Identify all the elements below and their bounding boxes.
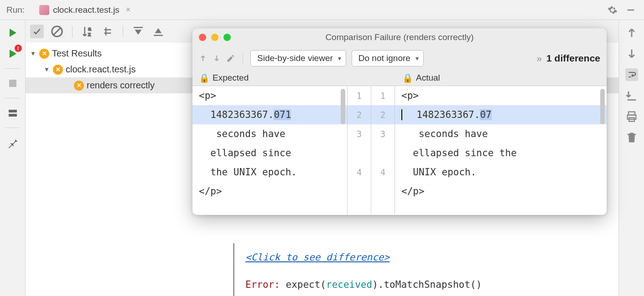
show-passed-toggle[interactable] xyxy=(30,25,44,38)
prev-diff-button[interactable] xyxy=(199,54,207,62)
svg-marker-1 xyxy=(10,29,16,37)
run-label: Run: xyxy=(6,5,25,15)
test-output: <Click to see difference> Error: expect(… xyxy=(233,243,618,296)
window-controls[interactable] xyxy=(199,34,231,41)
dialog-title: Comparison Failure (renders correctly) xyxy=(325,32,473,42)
comparison-dialog: Comparison Failure (renders correctly) S… xyxy=(192,28,607,215)
more-icon[interactable]: » xyxy=(536,53,542,64)
run-config-tab[interactable]: clock.react.test.js × xyxy=(34,2,136,18)
svg-line-4 xyxy=(54,28,61,35)
lock-icon: 🔒 xyxy=(199,73,210,83)
lock-icon: 🔒 xyxy=(402,73,413,83)
zoom-window-icon[interactable] xyxy=(223,34,231,41)
diff-line: seconds have xyxy=(395,124,607,143)
scroll-down-button[interactable] xyxy=(625,47,638,60)
print-button[interactable] xyxy=(625,110,638,123)
collapse-all-button[interactable] xyxy=(131,25,145,38)
gear-icon[interactable] xyxy=(608,5,618,15)
run-button[interactable] xyxy=(6,26,19,39)
run-left-gutter: ! xyxy=(0,20,26,296)
fail-badge: ! xyxy=(15,45,22,52)
diff-line: ellapsed since xyxy=(192,143,347,163)
diff-line: 1482363367.071 xyxy=(192,105,347,124)
minimize-icon[interactable] xyxy=(626,5,636,15)
tab-title: clock.react.test.js xyxy=(53,5,119,15)
tree-root-label: Test Results xyxy=(52,48,102,59)
expected-label: Expected xyxy=(213,73,249,83)
diff-line: seconds have xyxy=(192,124,347,143)
diff-line: ellapsed since the xyxy=(395,143,607,163)
scrollbar[interactable] xyxy=(341,89,345,124)
diff-line: </p> xyxy=(395,182,607,201)
edit-icon[interactable] xyxy=(226,54,235,63)
chevron-down-icon: ▼ xyxy=(44,66,50,73)
diff-body: <p> 1482363367.071 seconds have ellapsed… xyxy=(192,86,607,215)
ignore-mode-select[interactable]: Do not ignore xyxy=(352,50,424,66)
svg-text:a: a xyxy=(88,26,91,31)
rerun-failed-button[interactable]: ! xyxy=(6,47,19,60)
diff-line: the UNIX epoch. xyxy=(192,163,347,182)
layout-button[interactable] xyxy=(6,107,19,119)
actual-pane[interactable]: <p> 1482363367.07 seconds have ellapsed … xyxy=(395,86,607,215)
fail-status-icon xyxy=(74,81,84,91)
close-icon[interactable]: × xyxy=(126,5,131,15)
expand-all-button[interactable] xyxy=(151,25,165,38)
next-diff-button[interactable] xyxy=(213,54,221,62)
error-line: Error: expect(received).toMatchSnapshot(… xyxy=(245,276,618,294)
close-window-icon[interactable] xyxy=(199,34,206,41)
scroll-to-end-button[interactable] xyxy=(625,89,638,102)
scroll-up-button[interactable] xyxy=(625,26,638,39)
actual-label: Actual xyxy=(416,73,440,83)
pin-button[interactable] xyxy=(6,136,19,149)
gutter-right: 1 2 3 4 xyxy=(371,86,395,215)
see-difference-link[interactable]: <Click to see difference> xyxy=(245,252,390,263)
dialog-titlebar[interactable]: Comparison Failure (renders correctly) xyxy=(192,28,607,46)
diff-line: </p> xyxy=(192,182,347,201)
viewer-mode-select[interactable]: Side-by-side viewer xyxy=(250,50,346,66)
svg-marker-10 xyxy=(156,29,161,33)
scrollbar[interactable] xyxy=(600,89,605,124)
tree-test-label: renders correctly xyxy=(87,80,155,91)
diff-line: <p> xyxy=(192,86,347,105)
stop-button[interactable] xyxy=(6,77,19,90)
soft-wrap-toggle[interactable] xyxy=(625,68,638,81)
cursor xyxy=(401,109,402,120)
fail-status-icon xyxy=(53,65,63,75)
dialog-toolbar: Side-by-side viewer Do not ignore » 1 di… xyxy=(192,46,607,70)
diff-column-headers: 🔒 Expected 🔒 Actual xyxy=(192,70,607,86)
tool-window-header: Run: clock.react.test.js × xyxy=(0,0,644,20)
sort-button[interactable]: az xyxy=(81,25,94,38)
svg-marker-8 xyxy=(136,31,140,34)
viewer-mode-label: Side-by-side viewer xyxy=(257,53,333,63)
chevron-down-icon: ▼ xyxy=(30,50,36,57)
show-ignored-toggle[interactable] xyxy=(50,25,64,38)
svg-text:z: z xyxy=(88,31,91,37)
diff-line: <p> xyxy=(395,86,607,105)
svg-marker-2 xyxy=(10,50,16,58)
fail-status-icon xyxy=(39,49,49,59)
run-right-gutter xyxy=(618,20,644,296)
expand-button[interactable] xyxy=(101,25,114,38)
minimize-window-icon[interactable] xyxy=(211,34,218,41)
jest-icon xyxy=(39,5,49,15)
gutter-left: 1 2 3 4 xyxy=(348,86,371,215)
expected-pane[interactable]: <p> 1482363367.071 seconds have ellapsed… xyxy=(192,86,348,215)
tree-suite-label: clock.react.test.js xyxy=(66,64,135,75)
ignore-mode-label: Do not ignore xyxy=(358,53,410,63)
delete-button[interactable] xyxy=(625,131,638,144)
difference-count: » 1 difference xyxy=(536,53,600,64)
diff-line: 1482363367.07 xyxy=(395,105,607,124)
diff-line: UNIX epoch. xyxy=(395,163,607,182)
